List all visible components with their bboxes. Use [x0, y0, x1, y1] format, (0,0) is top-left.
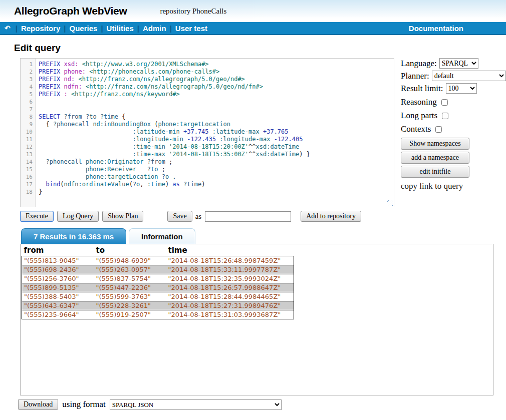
nav-separator: | — [101, 24, 103, 33]
table-cell: "(555)235-9664" — [22, 310, 94, 319]
code-line[interactable]: PREFIX ndfn: <http://franz.com/ns/allegr… — [39, 83, 394, 91]
log-query-button[interactable]: Log Query — [57, 211, 99, 222]
nav-item-utilities[interactable]: Utilities — [107, 24, 134, 33]
back-icon[interactable]: ↶ — [5, 24, 11, 32]
code-line[interactable]: :time-max '2014-08-18T15:35:00Z'^^xsd:da… — [39, 151, 394, 158]
results-body: "(555)813-9045""(555)948-6939""2014-08-1… — [22, 256, 294, 319]
nav-item-queries[interactable]: Queries — [70, 24, 98, 33]
table-row[interactable]: "(555)388-5403""(555)599-3763""2014-08-1… — [22, 292, 294, 301]
resize-handle-icon[interactable] — [387, 200, 393, 206]
edit-initfile-button[interactable]: edit initfile — [401, 166, 469, 178]
repository-label: repository PhoneCalls — [160, 7, 226, 16]
nav-bar: ↶ |Repository|Queries|Utilities|Admin|Us… — [0, 22, 506, 35]
nav-item-repository[interactable]: Repository — [21, 24, 60, 33]
planner-label: Planner: — [401, 71, 429, 81]
reasoning-label: Reasoning — [401, 97, 437, 107]
code-line[interactable]: phone:targetLocation ?o . — [39, 173, 394, 181]
contexts-checkbox[interactable] — [435, 126, 442, 133]
result-limit-select[interactable]: 100 — [446, 83, 477, 94]
code-line[interactable]: } — [39, 188, 394, 196]
table-cell: "2014-08-18T15:28:44.9984465Z" — [166, 292, 294, 301]
query-editor[interactable]: 123456789101112131415161718 PREFIX xsd: … — [20, 58, 394, 207]
table-row[interactable]: "(555)235-9664""(555)919-2507""2014-08-1… — [22, 310, 294, 319]
contexts-label: Contexts — [401, 124, 431, 134]
code-line[interactable]: ?phonecall phone:Originator ?from ; — [39, 158, 394, 166]
execute-button[interactable]: Execute — [20, 211, 54, 222]
results-header-row: fromtotime — [22, 245, 294, 256]
nav-separator: | — [170, 24, 172, 33]
table-cell: "(555)837-5754" — [94, 274, 166, 283]
query-actions: Execute Log Query Show Plan Save as Add … — [20, 211, 506, 222]
code-line[interactable]: PREFIX xsd: <http://www.w3.org/2001/XMLS… — [39, 61, 394, 68]
nav-item-documentation[interactable]: Documentation — [409, 24, 463, 33]
allegrograph-webview-app: AllegroGraph WebView repository PhoneCal… — [0, 0, 506, 420]
long-parts-label: Long parts — [401, 111, 437, 121]
add-to-repository-button[interactable]: Add to repository — [301, 211, 361, 222]
nav-separator: | — [137, 24, 139, 33]
code-line[interactable]: { ?phonecall nd:inBoundingBox (phone:tar… — [39, 121, 394, 128]
table-cell: "(555)228-3261" — [94, 301, 166, 310]
show-plan-button[interactable]: Show Plan — [102, 211, 143, 222]
app-header: AllegroGraph WebView repository PhoneCal… — [0, 0, 506, 22]
table-cell: "(555)899-5135" — [22, 283, 94, 292]
save-as-label: as — [195, 212, 202, 221]
table-cell: "2014-08-18T15:26:57.9988647Z" — [166, 283, 294, 292]
table-cell: "2014-08-18T15:31:03.9993687Z" — [166, 310, 294, 319]
show-namespaces-button[interactable]: Show namespaces — [401, 138, 469, 150]
add-a-namespace-button[interactable]: add a namespace — [401, 152, 469, 164]
table-row[interactable]: "(555)256-3760""(555)837-5754""2014-08-1… — [22, 274, 294, 283]
nav-separator: | — [64, 24, 66, 33]
table-cell: "(555)643-6347" — [22, 301, 94, 310]
code-line[interactable] — [39, 98, 394, 106]
download-bar: Download using format SPARQL JSON — [18, 399, 506, 410]
reasoning-checkbox[interactable] — [441, 99, 448, 106]
code-line[interactable]: PREFIX : <http://franz.com/ns/keyword#> — [39, 91, 394, 98]
nav-item-user-test[interactable]: User test — [175, 24, 207, 33]
save-name-input[interactable] — [205, 211, 291, 222]
code-gutter: 123456789101112131415161718 — [21, 59, 36, 207]
table-cell: "(555)698-2436" — [22, 265, 94, 274]
table-row[interactable]: "(555)698-2436""(555)263-0957""2014-08-1… — [22, 265, 294, 274]
table-cell: "(555)388-5403" — [22, 292, 94, 301]
table-cell: "2014-08-18T15:26:48.9987459Z" — [166, 256, 294, 265]
option-checkboxes: ReasoningLong partsContexts — [401, 97, 506, 134]
planner-select[interactable]: default — [432, 71, 506, 81]
tab-results[interactable]: 7 Results in 16.363 ms — [21, 228, 126, 244]
code-line[interactable]: :time-min '2014-08-18T15:20:00Z'^^xsd:da… — [39, 143, 394, 151]
table-cell: "(555)263-0957" — [94, 265, 166, 274]
nav-items: |Repository|Queries|Utilities|Admin|User… — [12, 24, 207, 33]
download-button[interactable]: Download — [18, 399, 58, 410]
code-lines[interactable]: PREFIX xsd: <http://www.w3.org/2001/XMLS… — [36, 59, 394, 207]
table-cell: "2014-08-18T15:27:31.9989476Z" — [166, 301, 294, 310]
format-select[interactable]: SPARQL JSON — [110, 399, 282, 410]
table-row[interactable]: "(555)899-5135""(555)447-2236""2014-08-1… — [22, 283, 294, 292]
code-line[interactable]: phone:Receiver ?to ; — [39, 166, 394, 173]
code-line[interactable]: :latitude-min +37.745 :latitude-max +37.… — [39, 128, 394, 136]
language-label: Language: — [401, 59, 437, 69]
table-row[interactable]: "(555)813-9045""(555)948-6939""2014-08-1… — [22, 256, 294, 265]
code-line[interactable]: SELECT ?from ?to ?time { — [39, 113, 394, 121]
code-line[interactable]: :longitude-min -122.435 :longitude-max -… — [39, 136, 394, 143]
long-parts-checkbox[interactable] — [442, 113, 448, 119]
code-line[interactable]: PREFIX phone: <http://phonecalls.com/pho… — [39, 68, 394, 76]
results-tabs: 7 Results in 16.363 msInformation — [21, 228, 506, 244]
table-cell: "2014-08-18T15:33:11.9997787Z" — [166, 265, 294, 274]
table-cell: "2014-08-18T15:32:35.9993024Z" — [166, 274, 294, 283]
column-header-from: from — [22, 245, 94, 256]
tab-information[interactable]: Information — [129, 228, 195, 244]
query-options-panel: Language: SPARQL Planner: default Result… — [401, 58, 506, 191]
code-line[interactable] — [39, 106, 394, 113]
column-header-to: to — [94, 245, 166, 256]
table-cell: "(555)919-2507" — [94, 310, 166, 319]
copy-link-to-query[interactable]: copy link to query — [401, 181, 506, 191]
table-row[interactable]: "(555)643-6347""(555)228-3261""2014-08-1… — [22, 301, 294, 310]
column-header-time: time — [166, 245, 294, 256]
save-button[interactable]: Save — [167, 211, 192, 222]
code-line[interactable]: bind(ndfn:ordinateValue(?o, :time) as ?t… — [39, 181, 394, 188]
code-line[interactable]: PREFIX nd: <http://franz.com/ns/allegrog… — [39, 76, 394, 83]
nav-item-admin[interactable]: Admin — [143, 24, 166, 33]
page-title: Edit query — [14, 43, 506, 54]
table-cell: "(555)813-9045" — [22, 256, 94, 265]
language-select[interactable]: SPARQL — [439, 58, 478, 69]
main-content: 123456789101112131415161718 PREFIX xsd: … — [0, 58, 506, 410]
